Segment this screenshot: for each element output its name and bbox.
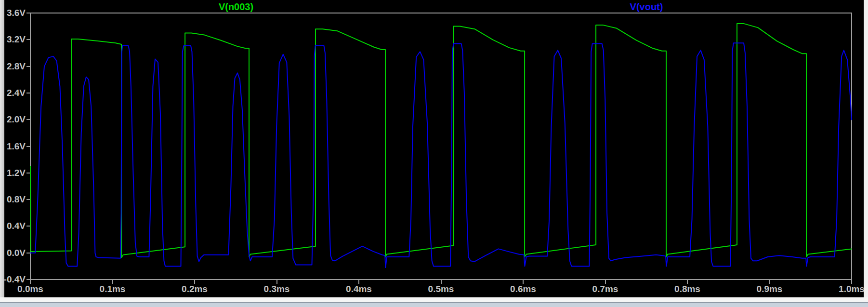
- x-tick-label: 0.9ms: [757, 284, 783, 294]
- x-tick-label: 0.3ms: [264, 284, 290, 294]
- trace-label-vout[interactable]: V(vout): [630, 1, 663, 12]
- x-tick-label: 0.7ms: [592, 284, 618, 294]
- trace-vout[interactable]: [30, 43, 852, 267]
- trace-vn003[interactable]: [30, 24, 852, 257]
- x-tick-label: 0.2ms: [182, 284, 208, 294]
- waveform-viewer-window: V(n003) V(vout) 3.6V3.2V2.8V2.4V2.0V1.6V…: [0, 0, 868, 307]
- x-tick-label: 1.0ms: [839, 284, 865, 294]
- waveform-plot[interactable]: [0, 0, 868, 307]
- window-frame-bottom: [0, 297, 868, 307]
- trace-label-vn003[interactable]: V(n003): [219, 1, 253, 12]
- x-tick-label: 0.5ms: [428, 284, 454, 294]
- x-tick-label: 0.6ms: [510, 284, 536, 294]
- window-frame-left: [0, 0, 4, 307]
- axis-ticks: [26, 13, 852, 284]
- plot-border: [30, 13, 852, 280]
- x-tick-label: 0.4ms: [346, 284, 372, 294]
- x-tick-label: 0.1ms: [100, 284, 126, 294]
- frame-highlight: [0, 297, 868, 302]
- x-tick-label: 0.8ms: [674, 284, 700, 294]
- frame-lower-band: [0, 303, 868, 307]
- x-tick-label: 0.0ms: [17, 284, 43, 294]
- window-frame-right: [864, 0, 868, 307]
